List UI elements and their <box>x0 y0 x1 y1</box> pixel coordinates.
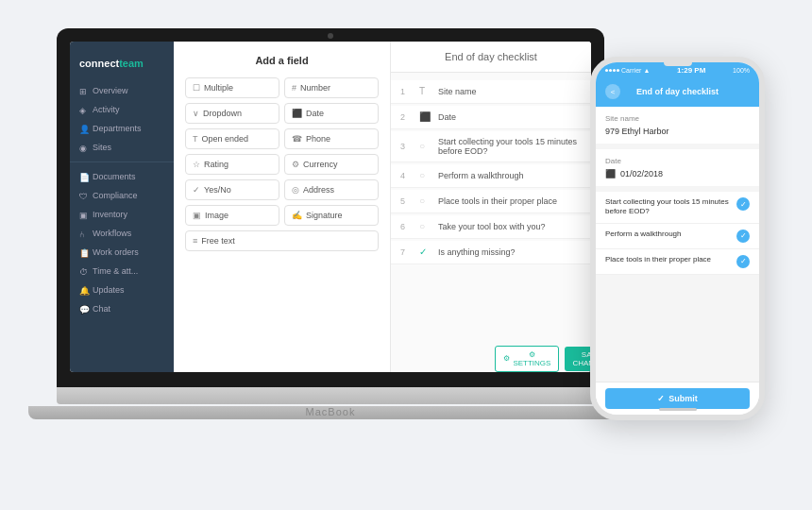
add-field-title: Add a field <box>185 55 379 66</box>
phone-back-button[interactable]: < <box>605 84 620 99</box>
sidebar-label-documents: Documents <box>93 172 136 181</box>
field-label-signature: Signature <box>306 211 343 220</box>
phone-body: Carrier ▲ 1:29 PM 100% < End of day chec… <box>590 57 765 420</box>
circle-icon-5: ○ <box>419 196 431 207</box>
field-btn-date[interactable]: ⬛ Date <box>284 103 379 124</box>
field-btn-multiple[interactable]: ☐ Multiple <box>185 77 279 98</box>
signal-dot-1 <box>605 69 608 72</box>
item-text-6: Take your tool box with you? <box>438 222 546 231</box>
field-btn-number[interactable]: # Number <box>284 77 379 98</box>
sidebar-item-documents[interactable]: 📄 Documents <box>70 167 174 186</box>
sidebar-item-departments[interactable]: 👤 Departments <box>70 119 174 138</box>
sidebar-item-sites[interactable]: ◉ Sites <box>70 138 174 157</box>
field-label-image: Image <box>205 211 228 220</box>
field-btn-currency[interactable]: ⚙ Currency <box>284 154 379 175</box>
phone-icon: ☎ <box>292 134 302 144</box>
laptop-camera <box>328 33 333 39</box>
sidebar-label-inventory: Inventory <box>93 210 127 219</box>
item-num-3: 3 <box>400 142 412 151</box>
item-num-4: 4 <box>400 171 412 180</box>
file-icon: 📄 <box>79 173 88 181</box>
save-changes-button[interactable]: SAVE CHANGES <box>565 347 591 371</box>
calendar-icon: ⬛ <box>605 169 616 178</box>
settings-button[interactable]: ⚙ ⚙ SETTINGS <box>495 346 559 372</box>
item-text-4: Perform a walkthrough <box>438 171 524 180</box>
sidebar-item-compliance[interactable]: 🛡 Compliance <box>70 186 174 205</box>
phone-home-indicator <box>659 408 697 411</box>
field-label-openended: Open ended <box>202 134 249 144</box>
laptop-screen: connectteam ⊞ Overview ◈ Activity 👤 Depa… <box>70 42 591 372</box>
sidebar-label-workflows: Workflows <box>93 229 131 238</box>
field-label-multiple: Multiple <box>204 83 233 93</box>
checklist-area: End of day checklist 1 T Site name 2 ⬛ D… <box>391 42 591 372</box>
bell-icon: 🔔 <box>79 286 88 295</box>
phone-checklist-item-2: Perform a walkthrough ✓ <box>596 224 759 249</box>
address-icon: ◎ <box>292 185 299 195</box>
grid-icon: ⊞ <box>79 87 88 95</box>
phone-submit-button[interactable]: ✓ Submit <box>605 388 750 409</box>
sidebar-label-updates: Updates <box>93 285 125 295</box>
sidebar-label-workorders: Work orders <box>93 247 139 257</box>
field-btn-dropdown[interactable]: ∨ Dropdown <box>185 103 279 124</box>
item-num-5: 5 <box>400 196 412 206</box>
field-btn-openended[interactable]: T Open ended <box>185 128 279 149</box>
sidebar-label-activity: Activity <box>93 105 120 114</box>
phone-checklist-item-1: Start collecting your tools 15 minutes b… <box>596 192 759 224</box>
checklist-header: End of day checklist <box>391 42 591 73</box>
logo-team: team <box>119 58 144 69</box>
git-branch-icon: ⑃ <box>79 230 88 238</box>
main-content: Add a field ☐ Multiple # Number ∨ Dropdo <box>174 42 591 372</box>
sidebar-item-inventory[interactable]: ▣ Inventory <box>70 205 174 224</box>
checklist-title: End of day checklist <box>445 51 537 62</box>
item-text-5: Place tools in their proper place <box>438 196 557 206</box>
field-btn-signature[interactable]: ✍ Signature <box>284 205 379 226</box>
sidebar-item-chat[interactable]: 💬 Chat <box>70 299 174 318</box>
checklist-item-2: 2 ⬛ Date <box>391 106 591 129</box>
field-btn-address[interactable]: ◎ Address <box>284 179 379 200</box>
image-icon: ▣ <box>193 211 201 220</box>
phone-checklist-item-3: Place tools in their proper place ✓ <box>596 249 759 275</box>
sidebar-item-activity[interactable]: ◈ Activity <box>70 100 174 119</box>
sidebar-item-workflows[interactable]: ⑃ Workflows <box>70 224 174 243</box>
sidebar-item-time[interactable]: ⏱ Time & att... <box>70 262 174 280</box>
field-label-phone: Phone <box>306 134 330 144</box>
phone-check-circle-2: ✓ <box>736 230 750 243</box>
sidebar-divider-1 <box>70 162 174 162</box>
phone-content: Site name 979 Ethyl Harbor Date ⬛ 01/02/… <box>596 107 759 383</box>
item-num-6: 6 <box>400 222 412 231</box>
sidebar-label-chat: Chat <box>93 304 110 314</box>
signal-dot-3 <box>613 69 616 72</box>
field-label-number: Number <box>300 83 330 93</box>
date-value: 01/02/2018 <box>620 169 663 178</box>
checklist-item-3: 3 ○ Start collecting your tools 15 minut… <box>391 131 591 162</box>
laptop: connectteam ⊞ Overview ◈ Activity 👤 Depa… <box>57 28 614 444</box>
field-btn-yesno[interactable]: ✓ Yes/No <box>185 179 279 200</box>
field-label-currency: Currency <box>303 160 338 169</box>
save-label: SAVE CHANGES <box>572 350 591 367</box>
item-text-1: Site name <box>438 87 477 96</box>
currency-icon: ⚙ <box>292 160 299 169</box>
item-text-2: Date <box>438 112 456 122</box>
phone-check-circle-1: ✓ <box>736 197 750 211</box>
circle-icon-3: ○ <box>419 141 431 152</box>
checklist-item-6: 6 ○ Take your tool box with you? <box>391 215 591 239</box>
sidebar-item-overview[interactable]: ⊞ Overview <box>70 81 174 100</box>
sidebar-item-workorders[interactable]: 📋 Work orders <box>70 243 174 262</box>
phone-check-text-2: Perform a walkthrough <box>605 230 733 239</box>
field-btn-image[interactable]: ▣ Image <box>185 205 279 226</box>
phone-battery: 100% <box>733 67 750 74</box>
sidebar-label-time: Time & att... <box>93 266 138 276</box>
field-btn-freetext[interactable]: ≡ Free text <box>185 230 379 251</box>
checklist-item-4: 4 ○ Perform a walkthrough <box>391 164 591 188</box>
field-label-rating: Rating <box>204 160 228 169</box>
date-label: Date <box>605 157 750 165</box>
settings-label: ⚙ SETTINGS <box>513 350 550 367</box>
field-btn-phone[interactable]: ☎ Phone <box>284 128 379 149</box>
signal-dot-2 <box>609 69 612 72</box>
sidebar-item-updates[interactable]: 🔔 Updates <box>70 280 174 299</box>
logo: connectteam <box>70 53 174 81</box>
activity-icon: ◈ <box>79 106 88 114</box>
sidebar-label-departments: Departments <box>93 124 142 133</box>
field-btn-rating[interactable]: ☆ Rating <box>185 154 279 175</box>
multiple-icon: ☐ <box>193 83 200 93</box>
